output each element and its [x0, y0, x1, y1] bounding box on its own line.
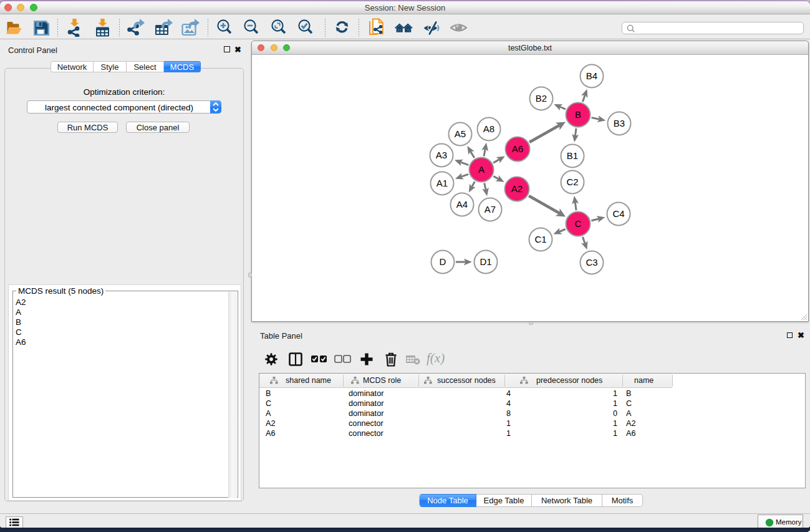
- svg-text:A7: A7: [485, 204, 496, 215]
- svg-text:B3: B3: [614, 118, 625, 128]
- svg-text:B2: B2: [536, 93, 547, 104]
- svg-text:A4: A4: [456, 199, 468, 210]
- svg-text:A8: A8: [483, 123, 494, 134]
- svg-text:A3: A3: [436, 150, 447, 160]
- svg-text:C2: C2: [566, 177, 578, 187]
- svg-text:B: B: [575, 109, 581, 120]
- svg-text:A6: A6: [512, 143, 523, 154]
- svg-text:A2: A2: [511, 183, 523, 194]
- svg-text:A1: A1: [436, 178, 448, 188]
- svg-text:D1: D1: [480, 256, 491, 267]
- svg-text:A5: A5: [455, 128, 466, 139]
- svg-text:B1: B1: [567, 150, 578, 161]
- svg-text:A: A: [478, 164, 485, 175]
- svg-text:B4: B4: [586, 70, 597, 81]
- svg-text:C3: C3: [586, 257, 597, 268]
- svg-text:D: D: [440, 256, 446, 267]
- svg-text:C4: C4: [612, 208, 624, 219]
- svg-text:C: C: [575, 218, 582, 229]
- svg-text:C1: C1: [534, 234, 546, 244]
